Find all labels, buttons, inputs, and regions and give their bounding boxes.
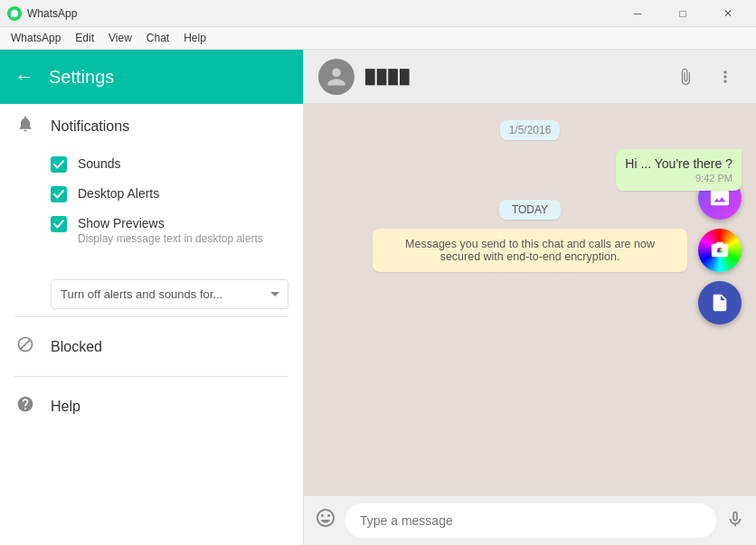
info-bubble: Messages you send to this chat and calls…: [373, 229, 688, 272]
file-fab-button[interactable]: [698, 281, 742, 324]
app-icon: [7, 6, 22, 21]
back-button[interactable]: ←: [14, 65, 34, 89]
date-label: 1/5/2016: [500, 120, 561, 140]
close-button[interactable]: ✕: [707, 0, 749, 27]
message-text: Hi ... You're there ?: [625, 156, 732, 171]
notifications-title: Notifications: [51, 118, 129, 135]
notifications-section-header[interactable]: Notifications: [0, 104, 303, 148]
settings-panel: ← Settings Notifications So: [0, 50, 304, 545]
divider-1: [14, 316, 288, 317]
divider-2: [14, 376, 288, 377]
chat-header-icons: [669, 61, 742, 93]
blocked-title: Blocked: [51, 339, 102, 355]
app-container: ← Settings Notifications So: [0, 50, 756, 545]
settings-title: Settings: [49, 67, 114, 88]
desktop-alerts-row: Desktop Alerts: [51, 185, 288, 202]
show-previews-checkbox[interactable]: [51, 216, 67, 232]
blocked-section-header[interactable]: Blocked: [0, 324, 303, 369]
sounds-label: Sounds: [78, 156, 120, 171]
sounds-checkbox[interactable]: [51, 156, 67, 173]
maximize-button[interactable]: □: [662, 0, 704, 27]
today-label: TODAY: [499, 200, 561, 220]
menu-item-edit[interactable]: Edit: [68, 30, 101, 46]
show-previews-item: Show Previews Display message text in de…: [78, 215, 263, 245]
settings-content: Notifications Sounds: [0, 104, 303, 545]
message-meta: 9:42 PM: [625, 173, 732, 183]
chat-input-area: [304, 495, 756, 545]
desktop-alerts-checkbox[interactable]: [51, 186, 67, 202]
attach-button[interactable]: [669, 61, 702, 93]
show-previews-label: Show Previews: [78, 216, 263, 230]
minimize-button[interactable]: ─: [617, 0, 658, 27]
blocked-icon: [14, 335, 36, 358]
show-previews-row: Show Previews Display message text in de…: [51, 215, 288, 245]
titlebar-title: WhatsApp: [27, 7, 617, 20]
show-previews-sublabel: Display message text in desktop alerts: [78, 232, 263, 245]
menu-item-help[interactable]: Help: [176, 30, 213, 46]
desktop-alerts-label: Desktop Alerts: [78, 186, 159, 201]
notifications-content: Sounds Desktop Alerts: [0, 148, 303, 272]
sounds-row: Sounds: [51, 155, 288, 173]
chat-body: SnapFiles 1/5/2016: [304, 104, 756, 495]
menubar: WhatsApp Edit View Chat Help: [0, 27, 756, 50]
info-text: Messages you send to this chat and calls…: [405, 238, 655, 263]
message-time: 9:42 PM: [695, 173, 732, 183]
more-options-button[interactable]: [709, 61, 742, 93]
titlebar: WhatsApp ─ □ ✕: [0, 0, 756, 27]
message-bubble: Hi ... You're there ? 9:42 PM: [616, 149, 742, 191]
settings-header: ← Settings: [0, 50, 303, 104]
contact-name: ████: [365, 69, 658, 84]
message-row: Hi ... You're there ? 9:42 PM: [318, 149, 742, 191]
sounds-item: Sounds: [78, 155, 120, 171]
help-icon: [14, 395, 36, 418]
help-section-header[interactable]: Help: [0, 384, 303, 428]
window-controls: ─ □ ✕: [617, 0, 749, 27]
mute-dropdown-row: Turn off alerts and sounds for... 1 hour…: [0, 279, 303, 309]
fab-container: [698, 176, 742, 324]
help-title: Help: [51, 399, 80, 415]
date-chip: 1/5/2016: [318, 120, 742, 140]
mic-button[interactable]: [725, 509, 745, 533]
chat-panel: ████ SnapFiles: [304, 50, 756, 545]
desktop-alerts-item: Desktop Alerts: [78, 185, 159, 201]
message-input[interactable]: [345, 503, 716, 538]
contact-avatar: [318, 59, 354, 95]
menu-item-view[interactable]: View: [101, 30, 139, 46]
chat-header: ████: [304, 50, 756, 104]
emoji-button[interactable]: [315, 507, 336, 534]
bell-icon: [14, 115, 36, 137]
mute-duration-select[interactable]: Turn off alerts and sounds for... 1 hour…: [51, 279, 288, 309]
info-message-row: Messages you send to this chat and calls…: [333, 229, 727, 272]
menu-item-whatsapp[interactable]: WhatsApp: [4, 30, 68, 46]
menu-item-chat[interactable]: Chat: [139, 30, 176, 46]
today-chip: TODAY: [318, 200, 742, 220]
camera-fab-button[interactable]: [698, 229, 742, 272]
